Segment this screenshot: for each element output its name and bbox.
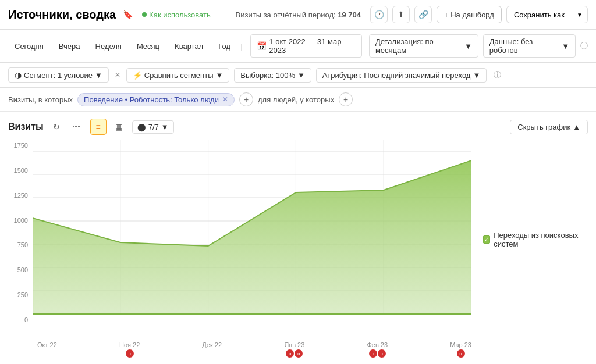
tab-year[interactable]: Год xyxy=(212,39,237,53)
x-label-feb: Фев 23 н н xyxy=(367,341,388,358)
detail-dropdown[interactable]: Детализация: по месяцам ▼ xyxy=(369,34,478,58)
chevron-up-icon: ▲ xyxy=(573,123,580,131)
calendar-icon: 📅 xyxy=(257,41,267,51)
y-label: 750 xyxy=(8,241,28,248)
chevron-down-icon: ▼ xyxy=(95,71,102,80)
chevron-down-icon: ▼ xyxy=(297,71,305,80)
y-axis: 1750 1500 1250 1000 750 500 250 0 xyxy=(8,140,33,337)
y-label: 1750 xyxy=(8,142,28,149)
compare-icon: ⚡ xyxy=(133,71,142,80)
chart-7-dropdown[interactable]: ⬤ 7/7 ▼ xyxy=(132,120,174,134)
chart-header: Визиты ↻ 〰 ≡ ▦ ⬤ 7/7 ▼ Скрыть график ▲ xyxy=(8,119,588,135)
chart-type-pie-btn[interactable]: ↻ xyxy=(48,119,65,135)
event-marker-jan2[interactable]: н xyxy=(295,349,303,358)
event-marker-jan1[interactable]: н xyxy=(286,349,294,358)
tab-today[interactable]: Сегодня xyxy=(8,39,50,53)
x-axis: Окт 22 Ноя 22 н Дек 22 Янв 23 н н Фев 23… xyxy=(37,339,471,360)
green-dot-icon xyxy=(142,12,147,17)
hide-chart-btn[interactable]: Скрыть график ▲ xyxy=(510,120,588,134)
event-marker-mar[interactable]: н xyxy=(457,349,465,358)
tab-week[interactable]: Неделя xyxy=(89,39,128,53)
x-label-nov: Ноя 22 н xyxy=(119,341,140,358)
chevron-down-icon: ▼ xyxy=(161,123,169,131)
filter-bar: Визиты, в которых Поведение • Роботность… xyxy=(0,88,596,112)
attr-info-icon[interactable]: ⓘ xyxy=(494,70,501,80)
legend-checkbox[interactable]: ✓ xyxy=(483,235,490,244)
event-marker-feb1[interactable]: н xyxy=(369,349,377,358)
event-markers-feb: н н xyxy=(369,349,386,358)
y-label: 500 xyxy=(8,266,28,273)
event-markers-jan: н н xyxy=(286,349,303,358)
x-label-oct: Окт 22 xyxy=(37,341,57,358)
circle-icon: ⬤ xyxy=(137,123,146,131)
segment-bar: ◑ Сегмент: 1 условие ▼ ✕ ⚡ Сравнить сегм… xyxy=(0,63,596,88)
filter-tag[interactable]: Поведение • Роботность: Только люди ✕ xyxy=(77,93,235,106)
chevron-down-icon: ▼ xyxy=(464,42,472,51)
tab-yesterday[interactable]: Вчера xyxy=(52,39,87,53)
visits-label: Визиты за отчётный период: 19 704 xyxy=(236,10,361,19)
chart-type-area-btn[interactable]: ≡ xyxy=(90,119,107,135)
y-label: 1000 xyxy=(8,217,28,224)
data-dropdown[interactable]: Данные: без роботов ▼ xyxy=(483,34,576,58)
chart-svg-area xyxy=(33,140,471,339)
save-as-btn-group: Сохранить как ▼ xyxy=(506,6,588,23)
x-label-jan: Янв 23 н н xyxy=(284,341,304,358)
tab-month[interactable]: Месяц xyxy=(130,39,166,53)
chart-type-line-btn[interactable]: 〰 xyxy=(69,119,86,135)
sample-dropdown[interactable]: Выборка: 100% ▼ xyxy=(234,68,311,83)
chevron-down-icon: ▼ xyxy=(215,71,223,80)
event-marker-feb2[interactable]: н xyxy=(378,349,386,358)
chart-type-bar-btn[interactable]: ▦ xyxy=(111,119,127,135)
filter-for-label: для людей, у которых xyxy=(258,95,334,104)
legend-item: ✓ Переходы из поисковых систем xyxy=(483,231,588,248)
chart-svg xyxy=(33,140,471,337)
save-as-main-btn[interactable]: Сохранить как xyxy=(506,6,572,23)
share-icon-btn[interactable]: 🔗 xyxy=(414,6,432,23)
date-range-picker[interactable]: 📅 1 окт 2022 — 31 мар 2023 xyxy=(250,34,362,58)
legend-label: Переходы из поисковых систем xyxy=(494,231,588,248)
y-label: 1250 xyxy=(8,192,28,199)
chart-section: Визиты ↻ 〰 ≡ ▦ ⬤ 7/7 ▼ Скрыть график ▲ 1… xyxy=(0,112,596,360)
x-label-dec: Дек 22 xyxy=(202,341,222,358)
segment-dropdown[interactable]: ◑ Сегмент: 1 условие ▼ xyxy=(8,67,109,83)
date-nav-bar: Сегодня Вчера Неделя Месяц Квартал Год |… xyxy=(0,30,596,63)
tab-quarter[interactable]: Квартал xyxy=(168,39,210,53)
add-dashboard-btn[interactable]: + На дашборд xyxy=(437,6,502,23)
filter-visits-label: Визиты, в которых xyxy=(8,95,73,104)
x-label-mar: Мар 23 н xyxy=(450,341,471,358)
legend-area: ✓ Переходы из поисковых систем xyxy=(471,140,588,339)
attribution-dropdown[interactable]: Атрибуция: Последний значимый переход ▼ xyxy=(316,68,487,83)
page-header: Источники, сводка 🔖 Как использовать Виз… xyxy=(0,0,596,30)
export-icon-btn[interactable]: ⬆ xyxy=(392,6,410,23)
chart-area: 1750 1500 1250 1000 750 500 250 0 xyxy=(8,140,588,339)
page-title: Источники, сводка xyxy=(8,8,116,22)
compare-segments-btn[interactable]: ⚡ Сравнить сегменты ▼ xyxy=(126,68,230,83)
bookmark-icon[interactable]: 🔖 xyxy=(123,10,133,19)
segment-close-btn[interactable]: ✕ xyxy=(113,70,122,80)
separator: | xyxy=(240,42,242,51)
chart-title: Визиты xyxy=(8,122,44,132)
filter-tag-close-btn[interactable]: ✕ xyxy=(222,95,228,104)
filter-for-add-btn[interactable]: + xyxy=(339,92,353,106)
chart-area-polygon xyxy=(33,160,471,314)
y-label: 1500 xyxy=(8,167,28,174)
pie-icon: ◑ xyxy=(15,70,22,80)
y-label: 0 xyxy=(8,316,28,323)
chevron-down-icon: ▼ xyxy=(562,42,569,51)
clock-icon-btn[interactable]: 🕐 xyxy=(370,6,388,23)
chevron-down-icon: ▼ xyxy=(473,71,480,80)
y-label: 250 xyxy=(8,291,28,298)
filter-add-btn[interactable]: + xyxy=(239,92,253,106)
how-to-use-link[interactable]: Как использовать xyxy=(142,10,211,19)
save-as-dropdown-btn[interactable]: ▼ xyxy=(572,6,588,23)
event-marker-nov[interactable]: н xyxy=(126,349,134,358)
info-icon[interactable]: ⓘ xyxy=(580,41,588,51)
